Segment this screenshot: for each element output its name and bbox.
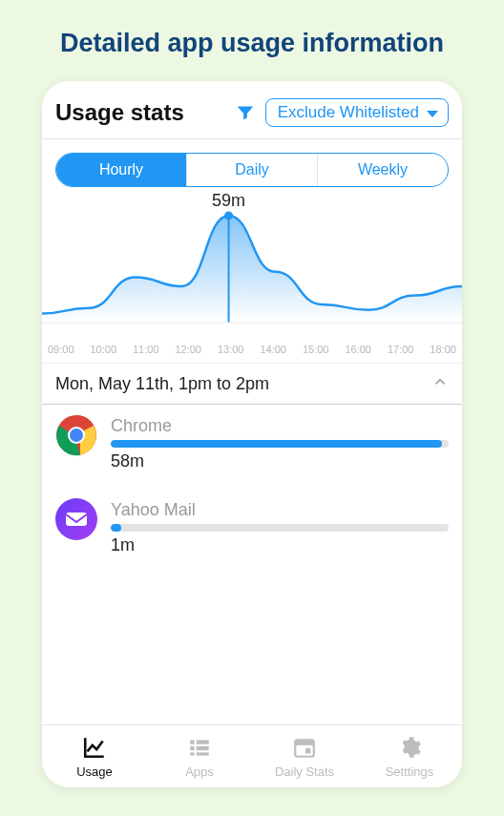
svg-rect-8	[66, 513, 87, 526]
usage-chart: 59m	[42, 191, 462, 344]
svg-rect-13	[190, 752, 194, 755]
filter-icon[interactable]	[235, 102, 256, 123]
nav-label: Usage	[76, 764, 113, 779]
apps-list: Chrome 58m Yahoo Mail 1m	[42, 405, 462, 582]
device-frame: Usage stats Exclude Whitelisted HourlyDa…	[42, 81, 462, 787]
app-time: 58m	[111, 451, 449, 471]
daily-stats-icon	[292, 735, 317, 763]
nav-label: Apps	[185, 764, 214, 779]
whitelist-dropdown[interactable]: Exclude Whitelisted	[265, 98, 449, 127]
app-name: Chrome	[111, 416, 449, 436]
chrome-icon	[55, 414, 97, 456]
svg-point-6	[70, 429, 83, 442]
nav-apps[interactable]: Apps	[147, 725, 252, 787]
time-range-row[interactable]: Mon, May 11th, 1pm to 2pm	[42, 363, 462, 405]
usage-bar	[111, 440, 449, 448]
x-tick: 17:00	[388, 344, 414, 355]
svg-rect-11	[190, 745, 194, 749]
chevron-up-icon	[431, 373, 449, 394]
x-tick: 10:00	[90, 344, 116, 355]
svg-rect-12	[197, 745, 209, 749]
svg-rect-16	[295, 740, 314, 744]
nav-label: Daily Stats	[275, 764, 334, 779]
svg-point-1	[224, 211, 233, 220]
x-tick: 15:00	[303, 344, 329, 355]
chart-x-axis: 09:0010:0011:0012:0013:0014:0015:0016:00…	[42, 344, 462, 363]
setttings-icon	[397, 735, 422, 763]
page-headline: Detailed app usage information	[60, 29, 444, 58]
app-time: 1m	[111, 535, 449, 555]
segmented-control: HourlyDailyWeekly	[42, 139, 462, 191]
nav-usage[interactable]: Usage	[42, 725, 147, 787]
svg-rect-17	[305, 748, 310, 753]
x-tick: 12:00	[175, 344, 201, 355]
page-title: Usage stats	[55, 99, 184, 126]
x-tick: 11:00	[133, 344, 159, 355]
nav-setttings[interactable]: Setttings	[357, 725, 462, 787]
app-row[interactable]: Yahoo Mail 1m	[55, 498, 449, 555]
time-range-label: Mon, May 11th, 1pm to 2pm	[55, 374, 269, 394]
bottom-nav: UsageAppsDaily StatsSetttings	[42, 724, 462, 787]
x-tick: 16:00	[345, 344, 371, 355]
tab-daily[interactable]: Daily	[187, 154, 318, 186]
app-name: Yahoo Mail	[111, 500, 449, 520]
svg-rect-9	[190, 740, 194, 743]
app-row[interactable]: Chrome 58m	[55, 414, 449, 471]
dropdown-label: Exclude Whitelisted	[278, 103, 419, 121]
x-tick: 18:00	[430, 344, 456, 355]
header: Usage stats Exclude Whitelisted	[42, 81, 462, 138]
nav-label: Setttings	[386, 764, 434, 779]
tab-weekly[interactable]: Weekly	[318, 154, 448, 186]
apps-icon	[187, 735, 212, 763]
usage-bar	[111, 524, 449, 532]
svg-rect-10	[197, 740, 209, 743]
x-tick: 09:00	[48, 344, 74, 355]
svg-rect-14	[197, 752, 209, 755]
x-tick: 14:00	[260, 344, 286, 355]
x-tick: 13:00	[218, 344, 244, 355]
mail-icon	[55, 498, 97, 540]
usage-icon	[82, 735, 107, 763]
nav-daily-stats[interactable]: Daily Stats	[252, 725, 357, 787]
tab-hourly[interactable]: Hourly	[56, 154, 187, 186]
